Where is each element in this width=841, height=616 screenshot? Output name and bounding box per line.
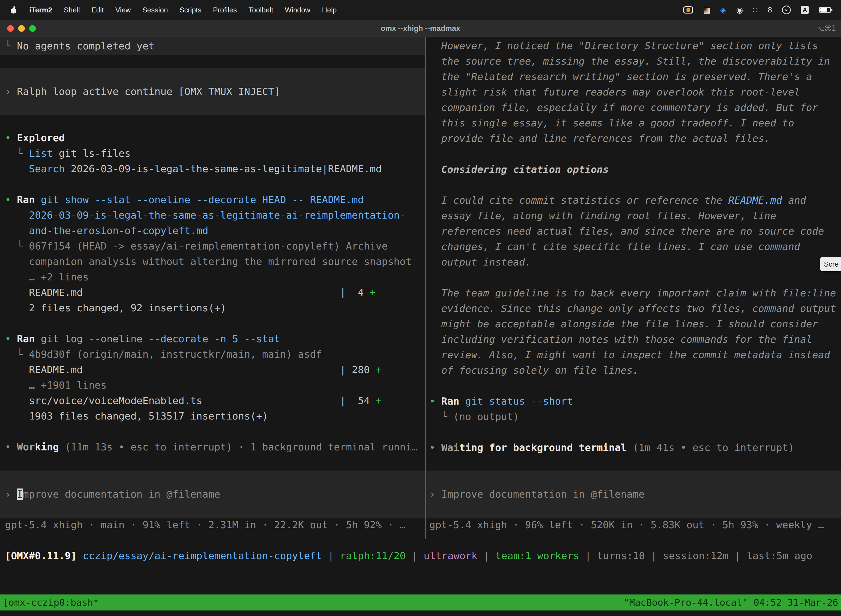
terminal-line: provide file and line references from th…: [429, 131, 841, 146]
terminal-line: └ List git ls-files: [5, 146, 425, 161]
terminal-line: companion analysis without altering the …: [5, 254, 425, 269]
input-source-icon[interactable]: A: [801, 6, 809, 14]
tmux-host-clock: "MacBook-Pro-44.local" 04:52 31-Mar-26: [624, 597, 838, 608]
terminal-line: the source tree, missing the essay. Stil…: [429, 54, 841, 69]
terminal-line: [429, 270, 841, 285]
blue-app-icon[interactable]: ◈: [721, 6, 727, 15]
terminal-line: The team guideline is to back every impo…: [429, 285, 841, 301]
left-transcript: • Explored └ List git ls-files Search 20…: [0, 130, 425, 455]
battery-gauge-icon[interactable]: .61: [782, 6, 791, 14]
screen-share-overlay[interactable]: Scre: [820, 257, 841, 271]
terminal-line: 1903 files changed, 513517 insertions(+): [5, 408, 425, 424]
terminal-line: 2 files changed, 92 insertions(+): [5, 300, 425, 316]
terminal-line: • Working (11m 13s • esc to interrupt) ·…: [5, 439, 425, 455]
left-composer-input[interactable]: › Improve documentation in @filename: [0, 471, 425, 518]
terminal-line: └ (no output): [429, 409, 841, 424]
tmux-status-bar: [omx-cczip0:bash* "MacBook-Pro-44.local"…: [0, 594, 841, 610]
dots-grid-icon[interactable]: ∷: [753, 6, 758, 15]
terminal-line: › Improve documentation in @filename: [5, 487, 425, 502]
terminal-line: might be acceptable alongside the file l…: [429, 316, 841, 332]
battery-icon[interactable]: [819, 7, 831, 13]
terminal-line: › Improve documentation in @filename: [429, 487, 841, 502]
terminal-line: [OMX#0.11.9] cczip/essay/ai-reimplementa…: [5, 548, 841, 563]
terminal-line: the "Related research writing" section i…: [429, 69, 841, 84]
menubar-status-icons: ▦◈◉∷8.61A: [683, 6, 831, 15]
terminal-line: output instead.: [429, 254, 841, 270]
terminal-line: • Explored: [5, 130, 425, 146]
right-composer-input[interactable]: › Improve documentation in @filename: [426, 471, 841, 518]
terminal-line: [429, 177, 841, 193]
screen-record-stop-icon[interactable]: [683, 6, 693, 13]
terminal-line: references need actual files, and since …: [429, 224, 841, 239]
terminal-line: └ 067f154 (HEAD -> essay/ai-reimplementa…: [5, 238, 425, 254]
menu-item-scripts[interactable]: Scripts: [179, 6, 201, 14]
right-statusline: gpt-5.4 xhigh · 96% left · 520K in · 5.8…: [426, 517, 841, 532]
menu-item-session[interactable]: Session: [142, 6, 168, 14]
terminal-line: README.md | 4 +: [5, 285, 425, 300]
terminal-line: • Waiting for background terminal (1m 41…: [429, 440, 841, 455]
menu-item-edit[interactable]: Edit: [91, 6, 104, 14]
terminal-line: this single essay, it seems like a good …: [429, 115, 841, 131]
terminal-line: [5, 316, 425, 331]
app-circle-icon[interactable]: ◉: [736, 6, 743, 15]
terminal-line: companion file, especially if more comme…: [429, 100, 841, 115]
window-titlebar: omx --xhigh --madmax ⌥⌘1: [0, 20, 841, 37]
agents-status-panel: └ No agents completed yet: [0, 37, 425, 55]
menu-item-help[interactable]: Help: [322, 6, 337, 14]
ralph-loop-panel: › Ralph loop active continue [OMX_TMUX_I…: [0, 68, 425, 115]
terminal-line: • Ran git status --short: [429, 393, 841, 409]
menu-item-iterm2[interactable]: iTerm2: [29, 6, 52, 14]
terminal-line: Considering citation options: [429, 162, 841, 177]
window-title: omx --xhigh --madmax: [0, 20, 841, 37]
omx-session-statusline: [OMX#0.11.9] cczip/essay/ai-reimplementa…: [0, 548, 841, 563]
terminal-line: However, I noticed the "Directory Struct…: [429, 38, 841, 54]
terminal-line: changes, I can't cite specific file line…: [429, 239, 841, 254]
terminal-line: and-the-erosion-of-copyleft.md: [5, 223, 425, 238]
tmux-session-label[interactable]: [omx-cczip0:bash*: [3, 597, 99, 608]
left-terminal-pane[interactable]: └ No agents completed yet › Ralph loop a…: [0, 37, 425, 539]
tmux-window-shortcut: ⌥⌘1: [816, 20, 836, 37]
terminal-line: └ No agents completed yet: [5, 38, 425, 54]
terminal-line: including verification notes with those …: [429, 332, 841, 347]
terminal-line: … +1901 lines: [5, 378, 425, 393]
menu-item-toolbelt[interactable]: Toolbelt: [249, 6, 273, 14]
menu-item-view[interactable]: View: [115, 6, 131, 14]
terminal-line: [429, 424, 841, 440]
terminal-line: [5, 177, 425, 192]
terminal-line: src/voice/voiceModeEnabled.ts | 54 +: [5, 393, 425, 408]
grid-icon[interactable]: ▦: [703, 6, 710, 15]
right-transcript: However, I noticed the "Directory Struct…: [426, 38, 841, 455]
terminal-line: evidence. Since this change only affects…: [429, 301, 841, 316]
terminal-line: › Ralph loop active continue [OMX_TMUX_I…: [5, 84, 425, 99]
terminal-line: essay file, along with finding root file…: [429, 208, 841, 224]
terminal-line: README.md | 280 +: [5, 362, 425, 378]
terminal-line: gpt-5.4 xhigh · 96% left · 520K in · 5.8…: [429, 517, 841, 532]
apple-menu-icon[interactable]: [10, 6, 17, 13]
right-terminal-pane[interactable]: However, I noticed the "Directory Struct…: [426, 37, 841, 539]
terminal-line: [5, 424, 425, 439]
terminal-line: 2026-03-09-is-legal-the-same-as-legitima…: [5, 208, 425, 223]
menu-item-window[interactable]: Window: [285, 6, 310, 14]
menu-bar: iTerm2ShellEditViewSessionScriptsProfile…: [0, 0, 841, 20]
left-statusline: gpt-5.4 xhigh · main · 91% left · 2.31M …: [0, 517, 425, 532]
terminal-line: [429, 378, 841, 393]
terminal-line: gpt-5.4 xhigh · main · 91% left · 2.31M …: [5, 517, 425, 532]
terminal-line: • Ran git log --oneline --decorate -n 5 …: [5, 331, 425, 347]
terminal-line: • Ran git show --stat --oneline --decora…: [5, 192, 425, 208]
terminal-line: Search 2026-03-09-is-legal-the-same-as-l…: [5, 161, 425, 177]
terminal-line: … +2 lines: [5, 269, 425, 285]
menu-item-shell[interactable]: Shell: [64, 6, 80, 14]
menu-items: iTerm2ShellEditViewSessionScriptsProfile…: [29, 6, 337, 14]
terminal-line: review. Also, I might want to inspect th…: [429, 347, 841, 363]
terminal-line: slight risk that future readers may over…: [429, 84, 841, 100]
terminal-line: I could cite commit statistics or refere…: [429, 193, 841, 208]
terminal-line: [429, 146, 841, 162]
menu-item-profiles[interactable]: Profiles: [213, 6, 237, 14]
terminal-line: └ 4b9d30f (origin/main, instructkr/main,…: [5, 347, 425, 362]
terminal-content: └ No agents completed yet › Ralph loop a…: [0, 37, 841, 616]
screen-share-overlay-label: Scre: [824, 260, 838, 268]
keyboard-8-icon[interactable]: 8: [768, 6, 772, 14]
terminal-line: of focusing solely on file lines.: [429, 363, 841, 378]
